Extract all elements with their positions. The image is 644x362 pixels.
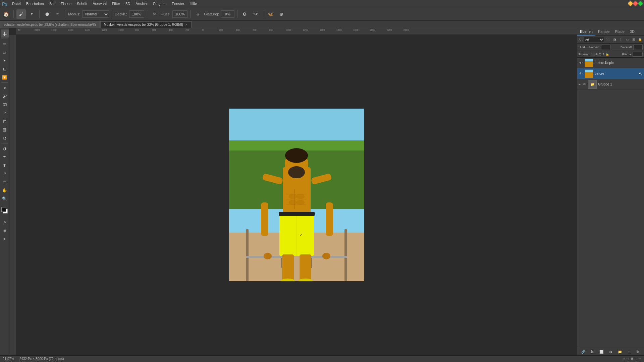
settings-btn[interactable]: ⚙ <box>240 9 250 19</box>
gruppe1-expand-icon[interactable]: ▶ <box>579 83 581 86</box>
layer-opacity-input[interactable] <box>633 45 643 50</box>
panel-btn[interactable]: ⊞ <box>639 357 641 361</box>
move-tool[interactable] <box>1 29 9 38</box>
color-swatches[interactable] <box>1 206 9 215</box>
gradient-tool[interactable]: ▦ <box>1 126 9 134</box>
layer-before[interactable]: 👁 before ↖ <box>577 68 644 79</box>
layer-vis-before-kopie[interactable]: 👁 <box>579 61 583 65</box>
foreground-color[interactable] <box>1 207 6 212</box>
snap-btn[interactable]: ⊞ <box>623 357 625 361</box>
menu-auswahl[interactable]: Auswahl <box>90 0 109 7</box>
right-panel: Ebenen Kanäle Pfade 3D Art Art ⬛ ◑ T ▭ ⊞… <box>577 28 644 355</box>
brush-tool[interactable]: 🖌 <box>1 92 9 100</box>
opacity-input[interactable] <box>129 10 144 18</box>
filter-smartobj-btn[interactable]: ⊞ <box>631 37 636 42</box>
eraser-tool[interactable]: ◻ <box>1 117 9 125</box>
view-btn[interactable]: ⊡ <box>635 357 637 361</box>
brush-tool-btn[interactable]: 🖌 <box>16 9 26 19</box>
brush-type-btn[interactable]: ⬤ <box>42 9 52 19</box>
healing-tool[interactable]: ⊕ <box>1 84 9 92</box>
flow-input[interactable] <box>172 10 187 18</box>
menu-hilfe[interactable]: Hilfe <box>187 0 200 7</box>
quick-select-tool[interactable]: ✦ <box>1 57 9 65</box>
mode-select[interactable]: Normal <box>82 10 109 18</box>
dodge-tool[interactable]: ◑ <box>1 144 9 153</box>
hand-tool[interactable]: ✋ <box>1 186 9 194</box>
kind-filter-select[interactable]: Art <box>584 37 604 42</box>
tab-close-icon[interactable]: ✕ <box>185 23 188 26</box>
layer-thumb-gruppe1: 📁 <box>588 80 597 89</box>
symmetry-btn[interactable]: 🦋 <box>266 9 275 19</box>
layer-gruppe1[interactable]: ▶ 👁 📁 Gruppe 1 <box>577 79 644 90</box>
lock-pixel-icon[interactable]: ⬛ <box>591 53 595 56</box>
mask-btn[interactable]: ⬜ <box>598 349 604 355</box>
menu-bearbeiten[interactable]: Bearbeiten <box>23 0 47 7</box>
menu-plugins[interactable]: Plug-ins <box>150 0 169 7</box>
quick-mask-tool[interactable]: ⊙ <box>1 218 9 226</box>
delete-layer-btn[interactable]: 🗑 <box>635 349 641 355</box>
menu-3d[interactable]: 3D <box>123 0 133 7</box>
type-tool[interactable]: T <box>1 161 9 169</box>
canvas-content[interactable]: ✓ <box>16 35 577 355</box>
history-brush-tool[interactable]: ↩ <box>1 109 9 117</box>
tab-ebenen[interactable]: Ebenen <box>577 28 595 36</box>
brush-options-btn[interactable]: ▼ <box>27 9 37 19</box>
tab-kanaele[interactable]: Kanäle <box>595 28 612 36</box>
layer-style-btn[interactable]: fx <box>589 349 595 355</box>
menu-ansicht[interactable]: Ansicht <box>133 0 150 7</box>
filter-adj-btn[interactable]: ◑ <box>612 37 617 42</box>
grid-btn[interactable]: ⊠ <box>631 357 633 361</box>
clone-tool[interactable]: 🖃 <box>1 101 9 109</box>
pressure-btn[interactable]: ⟳ <box>150 9 159 19</box>
crop-tool[interactable]: ⊡ <box>1 65 9 73</box>
filter-lock-btn[interactable]: 🔒 <box>637 37 643 42</box>
menu-bild[interactable]: Bild <box>47 0 58 7</box>
filter-type-btn[interactable]: T <box>618 37 624 42</box>
tab-3d[interactable]: 3D <box>627 28 637 36</box>
menu-ebene[interactable]: Ebene <box>58 0 74 7</box>
close-btn[interactable] <box>638 1 643 6</box>
menu-schrift[interactable]: Schrift <box>74 0 90 7</box>
smoothing-input[interactable] <box>221 10 234 18</box>
link-layers-btn[interactable]: 🔗 <box>580 349 586 355</box>
blur-tool[interactable]: ◔ <box>1 134 9 142</box>
new-layer-btn[interactable]: + <box>626 349 632 355</box>
angle-btn[interactable]: ↷ 4° <box>251 9 260 19</box>
home-btn[interactable]: 🏠 <box>1 9 11 19</box>
extra-btn[interactable]: ⊕ <box>277 9 286 19</box>
airbrush-btn[interactable]: ◎ <box>193 9 203 19</box>
menu-filter[interactable]: Filter <box>109 0 123 7</box>
filter-pixel-btn[interactable]: ⬛ <box>605 37 611 42</box>
lock-artboard-icon[interactable]: ⊡ <box>599 53 601 56</box>
lasso-tool[interactable]: ⌓ <box>1 48 9 56</box>
tab-muskeln[interactable]: Muskeln verstärken.psdc bei 22% (Gruppe … <box>100 21 192 28</box>
eyedropper-tool[interactable]: 🔽 <box>1 73 9 81</box>
shape-tool[interactable]: ▭ <box>1 178 9 186</box>
lock-position-icon[interactable]: ✛ <box>595 53 598 56</box>
filter-shape-btn[interactable]: ▭ <box>625 37 630 42</box>
brush-alt-btn[interactable]: ✏ <box>53 9 62 19</box>
search-label: Art <box>579 38 583 41</box>
tab-pfade[interactable]: Pfade <box>612 28 627 36</box>
menu-fenster[interactable]: Fenster <box>169 0 187 7</box>
group-btn[interactable]: 📁 <box>617 349 623 355</box>
marquee-tool[interactable]: ▭ <box>1 40 9 48</box>
lock-locked-icon[interactable]: 🔒 <box>605 53 609 56</box>
arrange-btn[interactable]: ⊟ <box>627 357 629 361</box>
fill-input[interactable] <box>633 52 643 57</box>
tab-schatten[interactable]: schatten erstellen.psdc bei 23,6% (schat… <box>0 21 100 28</box>
path-select-tool[interactable]: ↗ <box>1 170 9 178</box>
minimize-btn[interactable] <box>628 1 633 6</box>
adjustment-btn[interactable]: ◑ <box>607 349 613 355</box>
layer-before-kopie[interactable]: 👁 before Kopie <box>577 58 644 68</box>
lock-all-icon[interactable]: ⇕ <box>602 53 605 56</box>
extra-tools[interactable]: ≡ <box>1 235 9 243</box>
maximize-btn[interactable] <box>633 1 638 6</box>
layer-vis-gruppe1[interactable]: 👁 <box>582 82 587 87</box>
zoom-tool[interactable]: 🔍 <box>1 195 9 203</box>
layer-vis-before[interactable]: 👁 <box>579 71 583 76</box>
pen-tool[interactable]: ✒ <box>1 153 9 161</box>
through-opacity-input[interactable] <box>601 45 610 50</box>
menu-datei[interactable]: Datei <box>9 0 23 7</box>
screen-mode-tool[interactable]: ⊞ <box>1 227 9 235</box>
